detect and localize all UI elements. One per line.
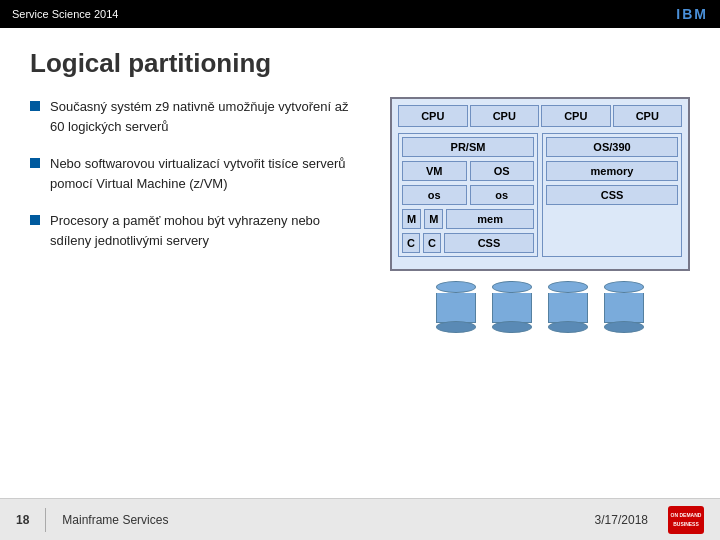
os-box: OS [470, 161, 535, 181]
c-box-1: C [402, 233, 420, 253]
os390-label: OS/390 [546, 137, 678, 157]
cyl-top-3 [548, 281, 588, 293]
bullet-item-2: Nebo softwarovou virtualizací vytvořit t… [30, 154, 360, 193]
cyl-body-2 [492, 293, 532, 323]
footer-page-number: 18 [16, 513, 29, 527]
ibm-logo-text: IBM [676, 6, 708, 22]
bullet-list: Současný systém z9 nativně umožňuje vytv… [30, 97, 360, 250]
cyl-bottom-4 [604, 321, 644, 333]
footer-brand-logo: ON DEMAND BUSINESS [668, 506, 704, 534]
on-demand-icon: ON DEMAND BUSINESS [668, 506, 704, 534]
m-box-2: M [424, 209, 443, 229]
c-box-2: C [423, 233, 441, 253]
os390-partition: OS/390 memory CSS [542, 133, 682, 257]
prism-os390-row: PR/SM VM OS os os M [398, 133, 682, 257]
svg-text:ON DEMAND: ON DEMAND [671, 512, 702, 518]
cpu-box-2: CPU [470, 105, 540, 127]
bullet-item-1: Současný systém z9 nativně umožňuje vytv… [30, 97, 360, 136]
svg-text:BUSINESS: BUSINESS [673, 521, 699, 527]
cyl-bottom-2 [492, 321, 532, 333]
css-box: CSS [444, 233, 534, 253]
bullet-item-3: Procesory a paměť mohou být vyhrazeny ne… [30, 211, 360, 250]
mem-row: M M mem [402, 209, 534, 229]
cyl-top-4 [604, 281, 644, 293]
cpu-box-1: CPU [398, 105, 468, 127]
cyl-body-1 [436, 293, 476, 323]
mem-box: mem [446, 209, 534, 229]
cylinder-2 [492, 281, 532, 333]
content-area: Současný systém z9 nativně umožňuje vytv… [30, 97, 690, 333]
os-small-2: os [470, 185, 535, 205]
bullet-square-3 [30, 215, 40, 225]
css-row: C C CSS [402, 233, 534, 253]
m-box-1: M [402, 209, 421, 229]
footer: 18 Mainframe Services 3/17/2018 ON DEMAN… [0, 498, 720, 540]
footer-date: 3/17/2018 [595, 513, 648, 527]
cylinder-4 [604, 281, 644, 333]
diagram-container: CPU CPU CPU CPU PR/SM VM OS [390, 97, 690, 333]
cpu-row: CPU CPU CPU CPU [398, 105, 682, 127]
os-small-1: os [402, 185, 467, 205]
bullet-text-2: Nebo softwarovou virtualizací vytvořit t… [50, 154, 360, 193]
svg-rect-0 [668, 506, 704, 534]
cyl-bottom-3 [548, 321, 588, 333]
vm-box: VM [402, 161, 467, 181]
os-small-row: os os [402, 185, 534, 205]
cyl-top-2 [492, 281, 532, 293]
vm-os-row: VM OS [402, 161, 534, 181]
bullet-text-1: Současný systém z9 nativně umožňuje vytv… [50, 97, 360, 136]
footer-section: Mainframe Services [62, 513, 594, 527]
bullet-square-1 [30, 101, 40, 111]
top-bar: Service Science 2014 IBM [0, 0, 720, 28]
partition-diagram: CPU CPU CPU CPU PR/SM VM OS [390, 97, 690, 271]
prsm-partition: PR/SM VM OS os os M [398, 133, 538, 257]
cyl-top-1 [436, 281, 476, 293]
prsm-label: PR/SM [402, 137, 534, 157]
bullet-square-2 [30, 158, 40, 168]
css-large-box: CSS [546, 185, 678, 205]
cylinder-3 [548, 281, 588, 333]
page-title: Logical partitioning [30, 48, 690, 79]
cylinder-1 [436, 281, 476, 333]
top-bar-title: Service Science 2014 [12, 8, 118, 20]
cyl-bottom-1 [436, 321, 476, 333]
memory-box: memory [546, 161, 678, 181]
footer-divider [45, 508, 46, 532]
cpu-box-4: CPU [613, 105, 683, 127]
ibm-logo: IBM [676, 6, 708, 22]
cyl-body-3 [548, 293, 588, 323]
cyl-body-4 [604, 293, 644, 323]
cpu-box-3: CPU [541, 105, 611, 127]
main-content: Logical partitioning Současný systém z9 … [0, 28, 720, 498]
cylinders-row [390, 281, 690, 333]
bullet-text-3: Procesory a paměť mohou být vyhrazeny ne… [50, 211, 360, 250]
